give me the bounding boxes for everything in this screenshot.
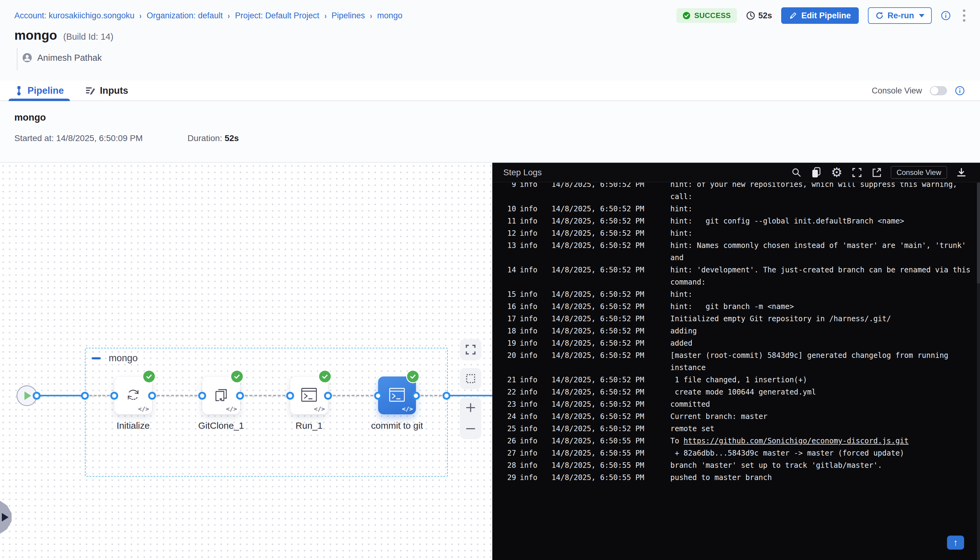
breadcrumb-current-pipeline[interactable]: mongo <box>377 11 403 20</box>
fit-to-screen-button[interactable] <box>460 339 481 360</box>
pipeline-node-commit-to-git[interactable]: </> <box>378 377 416 414</box>
expand-left-panel-handle[interactable] <box>0 501 12 534</box>
log-message: branch 'master' set up to track 'gitlab/… <box>670 459 973 472</box>
console-view-button[interactable]: Console View <box>891 166 947 178</box>
open-in-new-icon[interactable] <box>871 167 882 178</box>
terminal-icon <box>300 386 318 405</box>
zoom-in-button[interactable] <box>460 398 481 417</box>
log-row-12: 12info14/8/2025, 6:50:52 PMhint: <box>492 227 980 239</box>
edit-pipeline-label: Edit Pipeline <box>802 11 851 20</box>
log-line-number: 10 <box>503 203 516 215</box>
log-row-11: 11info14/8/2025, 6:50:52 PMhint: git con… <box>492 215 980 227</box>
tabs: Pipeline Inputs <box>0 81 130 100</box>
log-scrollbar[interactable] <box>977 183 980 560</box>
node-port[interactable] <box>374 392 382 400</box>
node-port[interactable] <box>412 392 420 400</box>
log-row-10: 10info14/8/2025, 6:50:52 PMhint: <box>492 203 980 215</box>
log-message: remote set <box>670 423 973 435</box>
tab-inputs[interactable]: Inputs <box>84 81 130 100</box>
breadcrumb-account[interactable]: Account: kurosakiichigo.songoku <box>14 11 134 20</box>
log-line-number: 18 <box>503 325 516 337</box>
log-settings-gear-icon[interactable]: ⚙ <box>831 166 843 179</box>
pipeline-edge <box>328 395 378 396</box>
log-level: info <box>520 423 552 435</box>
log-line-number: 16 <box>503 300 516 313</box>
log-level: info <box>520 288 552 300</box>
pipeline-icon <box>15 86 23 95</box>
zoom-out-button[interactable] <box>460 420 481 438</box>
pipeline-node-run_1[interactable]: </> <box>290 377 328 414</box>
terminal-icon <box>388 386 406 405</box>
console-view-info-icon[interactable] <box>955 86 965 95</box>
log-scroll-thumb[interactable] <box>977 183 980 283</box>
breadcrumb-project[interactable]: Project: Default Project <box>235 11 319 20</box>
collapse-stage-icon[interactable] <box>92 357 101 359</box>
copy-logs-icon[interactable] <box>811 167 822 178</box>
log-line-number: 28 <box>503 459 516 472</box>
node-port[interactable] <box>148 392 156 400</box>
active-tab-underline <box>8 98 70 101</box>
node-port[interactable] <box>198 392 206 400</box>
log-line-number: 25 <box>503 423 516 435</box>
pencil-icon <box>789 12 797 20</box>
marquee-select-button[interactable] <box>460 368 481 389</box>
log-row-15: 15info14/8/2025, 6:50:52 PMhint: <box>492 288 980 300</box>
rerun-button[interactable]: Re-run <box>868 7 932 24</box>
log-timestamp: 14/8/2025, 6:50:52 PM <box>552 313 670 325</box>
status-badge: SUCCESS <box>677 8 737 23</box>
node-port[interactable] <box>81 392 89 400</box>
node-port[interactable] <box>33 392 41 400</box>
log-link[interactable]: https://github.com/Sonichigo/economy-dis… <box>683 437 908 445</box>
log-line-number: 14 <box>503 264 516 276</box>
log-line-number: 23 <box>503 398 516 410</box>
log-line-number: 26 <box>503 435 516 447</box>
toggle-knob <box>930 87 938 95</box>
scroll-to-top-button[interactable]: ↑ <box>947 535 964 550</box>
edit-pipeline-button[interactable]: Edit Pipeline <box>781 7 859 24</box>
tab-pipeline[interactable]: Pipeline <box>13 81 66 100</box>
pipeline-canvas[interactable]: mongo </>Initialize </>GitClone_1 </>Run… <box>0 163 492 560</box>
clock-icon <box>746 11 755 20</box>
pipeline-node-gitclone_1[interactable]: </> <box>202 377 240 414</box>
breadcrumb-pipelines[interactable]: Pipelines <box>332 11 365 20</box>
node-label: commit to git <box>351 420 443 431</box>
breadcrumb-organization[interactable]: Organization: default <box>147 11 223 20</box>
node-port[interactable] <box>286 392 294 400</box>
started-at: Started at: 14/8/2025, 6:50:09 PM <box>14 133 188 143</box>
log-row-29: 29info14/8/2025, 6:50:55 PMpushed to mas… <box>492 472 980 484</box>
log-level: info <box>520 183 552 190</box>
download-logs-icon[interactable] <box>956 167 967 178</box>
node-port[interactable] <box>443 392 450 400</box>
log-row-13: 13info14/8/2025, 6:50:52 PMhint: Names c… <box>492 239 980 264</box>
log-line-number: 17 <box>503 313 516 325</box>
log-line-number: 13 <box>503 239 516 252</box>
breadcrumb-separator: › <box>140 11 142 20</box>
log-body[interactable]: 9info14/8/2025, 6:50:52 PMhint: of your … <box>492 183 980 560</box>
node-port[interactable] <box>324 392 332 400</box>
more-options-kebab-icon[interactable] <box>960 8 968 23</box>
log-level: info <box>520 447 552 459</box>
log-line-number: 9 <box>503 183 516 190</box>
fullscreen-logs-icon[interactable] <box>852 167 862 178</box>
log-timestamp: 14/8/2025, 6:50:55 PM <box>552 447 670 459</box>
log-message: Current branch: master <box>670 410 973 423</box>
log-row-16: 16info14/8/2025, 6:50:52 PMhint: git bra… <box>492 300 980 313</box>
log-level: info <box>520 435 552 447</box>
log-timestamp: 14/8/2025, 6:50:52 PM <box>552 386 670 398</box>
log-timestamp: 14/8/2025, 6:50:52 PM <box>552 300 670 313</box>
node-port[interactable] <box>110 392 118 400</box>
log-line-number: 11 <box>503 215 516 227</box>
pipeline-edge <box>85 395 114 396</box>
node-port[interactable] <box>236 392 244 400</box>
log-level: info <box>520 374 552 386</box>
page-title: mongo <box>14 28 57 43</box>
search-logs-icon[interactable] <box>791 167 802 178</box>
pipeline-node-initialize[interactable]: </> <box>114 377 152 414</box>
pipeline-edge <box>37 395 85 396</box>
info-icon[interactable] <box>941 11 951 20</box>
log-timestamp: 14/8/2025, 6:50:52 PM <box>552 423 670 435</box>
step-logs-header: Step Logs ⚙ Console View <box>492 163 980 182</box>
expand-arrow-icon <box>2 513 8 522</box>
console-view-toggle[interactable] <box>930 86 947 95</box>
rerun-refresh-icon <box>875 11 884 20</box>
